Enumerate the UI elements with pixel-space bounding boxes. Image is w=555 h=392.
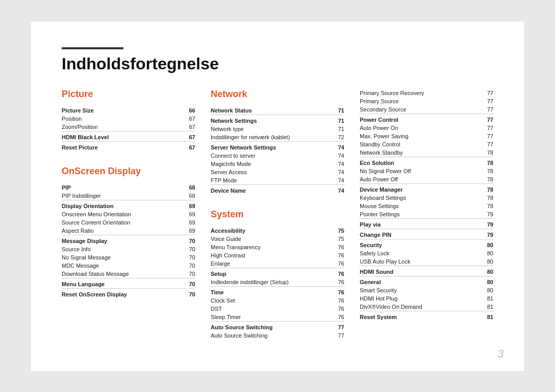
table-row: MagicInfo Mode 74 <box>211 160 344 168</box>
row-label: Sleep Timer <box>211 313 331 322</box>
row-label: DST <box>211 305 331 313</box>
row-label: Onscreen Menu Orientation <box>62 210 181 218</box>
row-label: Network Standby <box>360 148 478 157</box>
row-label: Server Access <box>211 168 331 176</box>
table-row: Setup 76 <box>211 268 344 278</box>
row-page: 77 <box>478 89 493 97</box>
row-page: 70 <box>181 270 195 278</box>
table-row: Power Control 77 <box>360 114 493 124</box>
row-page: 74 <box>331 184 344 195</box>
table-row: Auto Power On 77 <box>360 124 493 132</box>
table-row: Position 67 <box>62 115 195 123</box>
row-page: 75 <box>331 225 344 235</box>
row-page: 77 <box>478 97 493 105</box>
row-label: Download Status Message <box>62 270 181 278</box>
row-page: 78 <box>478 157 493 167</box>
row-page: 69 <box>181 218 195 227</box>
row-page: 78 <box>478 148 493 157</box>
row-label: Enlarge <box>211 259 331 268</box>
row-label: Max. Power Saving <box>360 132 478 140</box>
row-page: 70 <box>181 253 195 262</box>
row-label: Source Info <box>62 245 181 253</box>
table-row: Security 80 <box>360 239 493 249</box>
row-page: 74 <box>331 152 344 160</box>
row-page: 79 <box>478 218 493 229</box>
row-page: 71 <box>331 105 344 115</box>
table-row: Accessibility 75 <box>211 225 344 235</box>
row-label: Auto Power On <box>360 124 478 132</box>
table-row: Primary Source Recovery 77 <box>360 89 493 97</box>
table-row: Network Status 71 <box>211 105 344 115</box>
row-page: 76 <box>331 313 344 322</box>
row-label: FTP Mode <box>211 176 331 185</box>
table-row: Menu Language 70 <box>62 278 195 288</box>
row-label: Pointer Settings <box>360 210 478 219</box>
system-section: System Accessibility 75 Voice Guide 75 M… <box>211 209 344 340</box>
onscreen-section: OnScreen Display PIP 68 PIP Indstillinge… <box>62 166 195 298</box>
network-section: Network Network Status 71 Network Settin… <box>211 89 344 195</box>
row-page: 66 <box>175 105 195 115</box>
row-page: 79 <box>478 229 493 239</box>
table-row: Network Standby 78 <box>360 148 493 157</box>
table-row: Change PIN 79 <box>360 229 493 239</box>
table-row: Eco Solution 78 <box>360 157 493 167</box>
row-page: 74 <box>331 160 344 168</box>
row-label: Aspect Ratio <box>62 227 181 235</box>
table-row: Indledende indstillinger (Setup) 76 <box>211 278 344 287</box>
table-row: Message Display 70 <box>62 235 195 245</box>
picture-heading: Picture <box>62 89 195 100</box>
row-page: 67 <box>175 131 195 141</box>
row-label: HDMI Sound <box>360 266 478 276</box>
row-page: 81 <box>478 303 493 311</box>
content-columns: Picture Picture Size 66 Position 67 Zoom… <box>62 89 493 350</box>
table-row: Safety Lock 80 <box>360 249 493 257</box>
row-page: 77 <box>331 321 344 331</box>
table-row: Auto Source Switching 77 <box>211 321 344 331</box>
row-label: Eco Solution <box>360 157 478 167</box>
row-label: Indstillinger for netværk (kablet) <box>211 133 331 142</box>
table-row: HDMI Hot Plug 81 <box>360 294 493 303</box>
row-page: 78 <box>478 175 493 184</box>
row-label: Picture Size <box>62 105 175 115</box>
table-row: No Signal Message 70 <box>62 253 195 262</box>
table-row: HDMI Black Level 67 <box>62 131 195 141</box>
row-page: 76 <box>331 268 344 278</box>
table-row: Clock Set 76 <box>211 296 344 305</box>
row-label: Power Control <box>360 114 478 124</box>
row-page: 80 <box>478 266 493 276</box>
row-label: Primary Source <box>360 97 478 105</box>
row-page: 69 <box>181 210 195 218</box>
row-label: High Contrast <box>211 251 331 259</box>
table-row: Smart Security 80 <box>360 286 493 294</box>
row-page: 70 <box>181 235 195 245</box>
row-page: 74 <box>331 176 344 185</box>
table-row: DivX®Video On Demand 81 <box>360 303 493 311</box>
table-row: Picture Size 66 <box>62 105 195 115</box>
row-label: Reset OnScreen Display <box>62 288 181 298</box>
row-label: Accessibility <box>211 225 331 235</box>
row-page: 71 <box>331 125 344 133</box>
row-label: Source Content Orientation <box>62 218 181 227</box>
page-title: Indholdsfortegnelse <box>62 54 493 73</box>
row-label: Reset Picture <box>62 141 175 152</box>
row-label: Reset System <box>360 311 478 321</box>
row-label: Smart Security <box>360 286 478 294</box>
row-label: General <box>360 276 478 286</box>
table-row: HDMI Sound 80 <box>360 266 493 276</box>
row-label: HDMI Hot Plug <box>360 294 478 303</box>
row-label: Zoom/Position <box>62 123 175 132</box>
table-row: Keyboard Settings 78 <box>360 194 493 202</box>
row-page: 72 <box>331 133 344 142</box>
row-label: No Signal Power Off <box>360 167 478 175</box>
network-table: Network Status 71 Network Settings 71 Ne… <box>211 105 344 195</box>
row-label: Setup <box>211 268 331 278</box>
row-label: Secondary Source <box>360 105 478 114</box>
page-number: 3 <box>497 347 504 361</box>
row-page: 76 <box>331 305 344 313</box>
row-page: 80 <box>478 257 493 266</box>
table-row: Secondary Source 77 <box>360 105 493 114</box>
network-heading: Network <box>211 89 344 100</box>
row-page: 74 <box>331 168 344 176</box>
system-heading: System <box>211 209 344 220</box>
row-page: 77 <box>478 140 493 148</box>
